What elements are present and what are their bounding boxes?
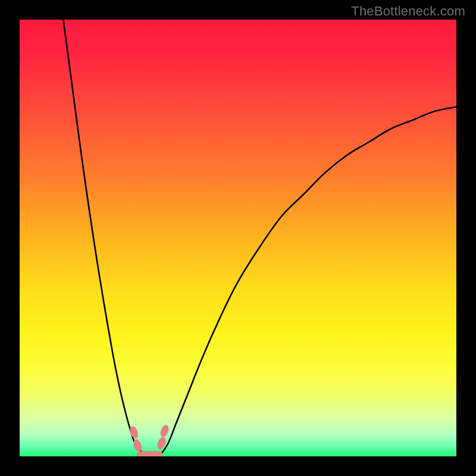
chart-frame: TheBottleneck.com xyxy=(0,0,476,476)
right-curve xyxy=(159,107,456,456)
left-curve xyxy=(63,20,151,456)
curves-layer xyxy=(20,20,456,456)
watermark-text: TheBottleneck.com xyxy=(351,4,465,19)
marker-right-upper xyxy=(159,424,170,438)
svg-point-4 xyxy=(159,424,170,438)
markers xyxy=(129,424,170,452)
plot-area xyxy=(20,20,456,456)
